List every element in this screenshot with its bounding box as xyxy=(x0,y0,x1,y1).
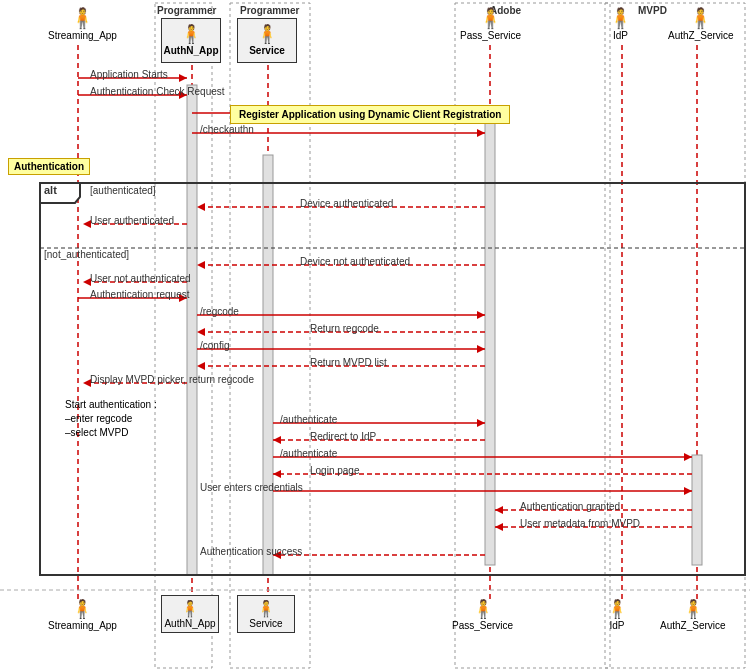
authz-service-icon: 🧍 xyxy=(688,8,713,28)
msg-user-not-authed: User not authenticated xyxy=(90,273,191,284)
bottom-actor-streaming-app: 🧍 Streaming_App xyxy=(48,598,117,631)
streaming-app-label: Streaming_App xyxy=(48,30,117,41)
svg-rect-6 xyxy=(187,85,197,575)
arrows-overlay xyxy=(0,0,750,672)
bottom-streaming-label: Streaming_App xyxy=(48,620,117,631)
msg-config: /config xyxy=(200,340,229,351)
bottom-authn-label: AuthN_App xyxy=(164,618,215,629)
msg-login-page: Login page xyxy=(310,465,360,476)
alt-fragment-label: alt xyxy=(44,184,57,196)
bottom-service-icon: 🧍 xyxy=(256,599,276,618)
svg-marker-26 xyxy=(197,203,205,211)
msg-authenticate-2: /authenticate xyxy=(280,448,337,459)
bottom-pass-icon: 🧍 xyxy=(472,598,494,620)
svg-marker-40 xyxy=(477,345,485,353)
actor-idp: 🧍 IdP xyxy=(608,8,633,41)
actor-pass-service: 🧍 Pass_Service xyxy=(460,8,521,41)
svg-rect-9 xyxy=(692,455,702,565)
msg-device-not-authed: Device not authenticated xyxy=(300,256,410,267)
svg-rect-12 xyxy=(155,3,212,668)
msg-regcode: /regcode xyxy=(200,306,239,317)
bottom-actor-pass-service: 🧍 Pass_Service xyxy=(452,598,513,631)
svg-marker-18 xyxy=(179,74,187,82)
svg-marker-48 xyxy=(273,436,281,444)
msg-auth-request: Authentication request xyxy=(90,289,190,300)
svg-marker-46 xyxy=(477,419,485,427)
pass-service-icon: 🧍 xyxy=(478,8,503,28)
msg-start-auth: Start authentication :–enter regcode–sel… xyxy=(65,398,157,440)
idp-label: IdP xyxy=(613,30,628,41)
alt-guard-1: [authenticated] xyxy=(90,185,156,196)
msg-auth-granted: Authentication granted xyxy=(520,501,620,512)
msg-app-starts: Application Starts xyxy=(90,69,168,80)
alt-guard-2: [not_authenticated] xyxy=(44,249,129,260)
svg-marker-58 xyxy=(495,523,503,531)
svg-marker-38 xyxy=(197,328,205,336)
svg-marker-36 xyxy=(477,311,485,319)
svg-marker-42 xyxy=(197,362,205,370)
service-icon: 🧍 xyxy=(256,23,278,45)
bottom-authn-app: 🧍 AuthN_App xyxy=(161,595,219,633)
svg-marker-54 xyxy=(684,487,692,495)
programmer-group-1-label: Programmer xyxy=(157,5,216,16)
bottom-authn-icon: 🧍 xyxy=(180,599,200,618)
svg-marker-24 xyxy=(477,129,485,137)
msg-user-authed: User authenticated xyxy=(90,215,174,226)
msg-redirect-idp: Redirect to IdP xyxy=(310,431,376,442)
programmer-group-2-label: Programmer xyxy=(240,5,299,16)
msg-user-creds: User enters credentials xyxy=(200,482,303,493)
svg-rect-11 xyxy=(605,3,745,668)
msg-return-regcode: Return regcode xyxy=(310,323,379,334)
msg-auth-check: Authentication Check Request xyxy=(90,86,225,97)
bottom-service-label: Service xyxy=(249,618,282,629)
msg-auth-success: Authentication success xyxy=(200,546,302,557)
msg-authenticate-1: /authenticate xyxy=(280,414,337,425)
authn-app-icon: 🧍 xyxy=(180,23,202,45)
streaming-app-icon: 🧍 xyxy=(70,8,95,28)
authn-app-label: AuthN_App xyxy=(164,45,219,56)
msg-checkauthn: /checkauthn xyxy=(200,124,254,135)
authn-app-box: 🧍 AuthN_App xyxy=(161,18,221,63)
note-register-app: Register Application using Dynamic Clien… xyxy=(230,105,510,124)
bottom-streaming-icon: 🧍 xyxy=(71,598,93,620)
idp-icon: 🧍 xyxy=(608,8,633,28)
msg-user-metadata: User metadata from MVPD xyxy=(520,518,640,529)
svg-marker-56 xyxy=(495,506,503,514)
bottom-idp-label: IdP xyxy=(609,620,624,631)
svg-marker-52 xyxy=(273,470,281,478)
msg-device-authed: Device authenticated xyxy=(300,198,393,209)
svg-rect-7 xyxy=(263,155,273,575)
pass-service-label: Pass_Service xyxy=(460,30,521,41)
bottom-pass-label: Pass_Service xyxy=(452,620,513,631)
actor-streaming-app: 🧍 Streaming_App xyxy=(48,8,117,41)
bottom-idp-icon: 🧍 xyxy=(606,598,628,620)
svg-rect-13 xyxy=(230,3,310,668)
bottom-actor-authz-service: 🧍 AuthZ_Service xyxy=(660,598,726,631)
service-box: 🧍 Service xyxy=(237,18,297,63)
svg-rect-8 xyxy=(485,115,495,565)
actor-authz-service: 🧍 AuthZ_Service xyxy=(668,8,734,41)
sequence-diagram: 🧍 Streaming_App Programmer 🧍 AuthN_App P… xyxy=(0,0,750,672)
msg-display-mvpd: Display MVPD picker, return regcode xyxy=(90,374,254,385)
bottom-actor-idp: 🧍 IdP xyxy=(606,598,628,631)
authz-service-label: AuthZ_Service xyxy=(668,30,734,41)
bottom-authz-label: AuthZ_Service xyxy=(660,620,726,631)
authentication-note: Authentication xyxy=(8,158,90,175)
svg-rect-10 xyxy=(455,3,610,668)
service-label: Service xyxy=(249,45,285,56)
svg-marker-50 xyxy=(684,453,692,461)
mvpd-group-label: MVPD xyxy=(638,5,667,16)
svg-marker-30 xyxy=(197,261,205,269)
bottom-authz-icon: 🧍 xyxy=(682,598,704,620)
bottom-service: 🧍 Service xyxy=(237,595,295,633)
msg-return-mvpd: Return MVPD list xyxy=(310,357,387,368)
